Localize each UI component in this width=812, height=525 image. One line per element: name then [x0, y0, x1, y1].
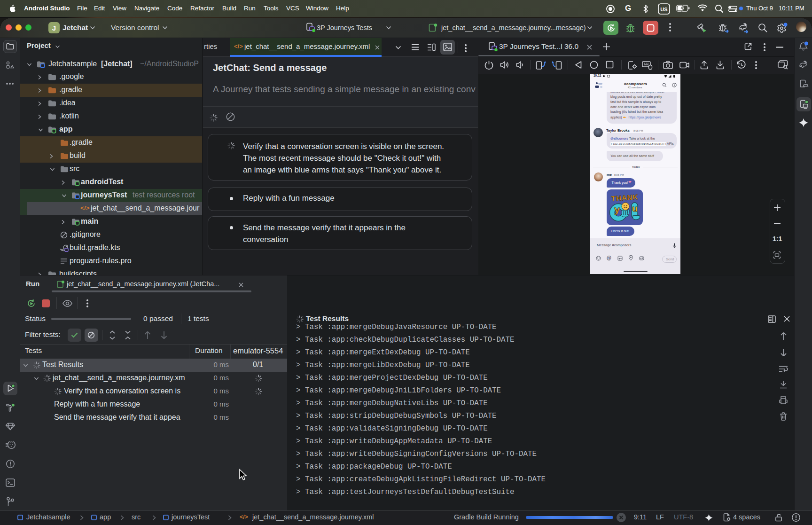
- svg-text:y: y: [614, 204, 620, 215]
- svg-text:u: u: [632, 204, 638, 213]
- svg-text:US: US: [660, 7, 667, 12]
